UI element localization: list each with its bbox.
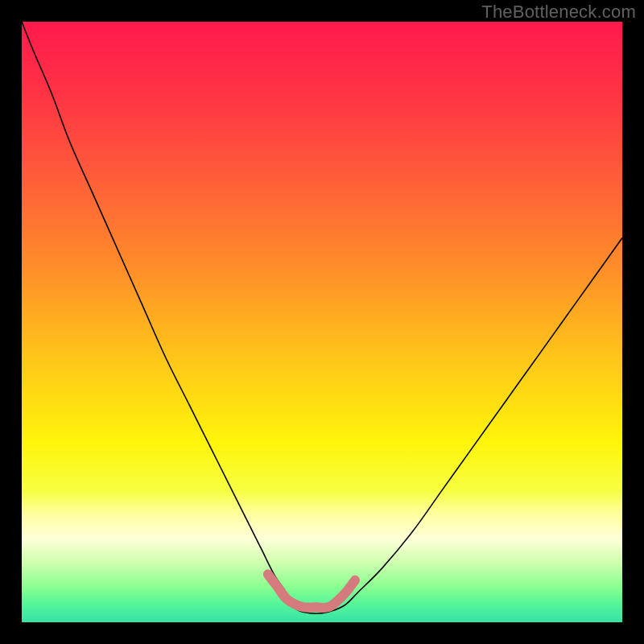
chart-svg (22, 22, 622, 622)
chart-frame: TheBottleneck.com (0, 0, 644, 644)
chart-plot (22, 22, 622, 622)
watermark-label: TheBottleneck.com (481, 2, 636, 23)
chart-background (22, 22, 622, 622)
